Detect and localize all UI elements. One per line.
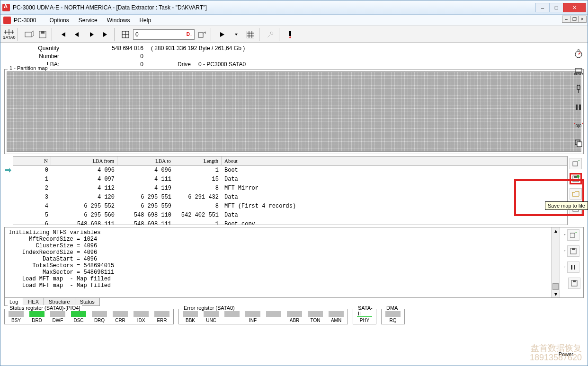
number-value: 0	[63, 53, 143, 60]
tools-icon[interactable]	[264, 28, 277, 41]
add-map-button[interactable]	[570, 158, 582, 169]
speed-icon[interactable]: 0	[573, 48, 584, 59]
table-row[interactable]: 34 1206 295 5516 291 432Data	[13, 192, 567, 201]
exit-icon[interactable]	[284, 28, 297, 41]
save-map-tooltip: Save map to file	[545, 201, 588, 210]
svg-rect-16	[289, 31, 291, 36]
copy-icon[interactable]	[573, 138, 584, 149]
save-task-button[interactable]	[36, 28, 50, 41]
drive-label: Drive	[143, 61, 191, 68]
play-dropdown[interactable]	[230, 28, 243, 41]
nav-next-button[interactable]	[85, 28, 98, 41]
svg-rect-27	[574, 265, 575, 270]
svg-rect-33	[575, 69, 582, 72]
matrix-icon[interactable]	[244, 28, 257, 41]
nav-first-button[interactable]	[56, 28, 70, 41]
reg-bbk: BBK	[182, 311, 199, 323]
save-map-button[interactable]	[570, 173, 582, 184]
log-pause-button[interactable]	[567, 261, 579, 273]
svg-rect-23	[570, 233, 575, 237]
log-side-toolbar: - - -	[560, 227, 583, 297]
reg-drd: DRD	[28, 311, 45, 323]
table-row[interactable]: 04 0964 0961Boot	[13, 166, 567, 174]
maximize-button[interactable]: □	[549, 3, 563, 12]
menu-options[interactable]: Options	[45, 17, 73, 24]
table-row[interactable]: 24 1124 1198MFT Mirror	[13, 183, 567, 192]
svg-rect-4	[25, 32, 32, 37]
col-n[interactable]: N	[13, 157, 51, 165]
open-task-button[interactable]	[22, 28, 36, 41]
svg-line-31	[579, 52, 580, 54]
log-scrollbar[interactable]: ▴ ▾	[551, 227, 560, 297]
table-row[interactable]: 14 0974 11115Data	[13, 174, 567, 183]
app-icon-small	[3, 17, 11, 24]
svg-rect-40	[579, 105, 581, 110]
menu-help[interactable]: Help	[134, 17, 156, 24]
log-tabs: LogHEXStructureStatus	[4, 298, 584, 306]
lba-value: 0	[63, 61, 143, 68]
partition-map[interactable]	[7, 71, 581, 152]
reg-unc: UNC	[203, 311, 220, 323]
binary-icon[interactable]: 0|0	[573, 120, 584, 131]
svg-rect-39	[576, 105, 578, 110]
grid-header: N LBA from LBA to Length About	[13, 157, 567, 166]
reset-icon[interactable]: RESET	[573, 66, 584, 77]
table-row[interactable]: 6548 698 111548 698 1111Boot copy	[13, 219, 567, 225]
menu-windows[interactable]: Windows	[102, 17, 135, 24]
table-row[interactable]: 56 295 560548 698 110542 402 551Data	[13, 210, 567, 219]
lba-input-value: 0	[135, 31, 139, 38]
reg-crr: CRR	[112, 311, 129, 323]
svg-rect-10	[198, 33, 203, 37]
col-to[interactable]: LBA to	[117, 157, 174, 165]
reg-idx: IDX	[133, 311, 150, 323]
dma-group: DMA RQ	[381, 309, 405, 324]
lba-input-flag: D↓	[187, 32, 192, 37]
watermark: 盘首数据恢复 18913587620	[530, 344, 582, 363]
table-row[interactable]: 46 295 5526 295 5598MFT (First 4 records…	[13, 201, 567, 210]
reg-ton: TON	[307, 311, 324, 323]
svg-text:RESET: RESET	[574, 73, 583, 76]
log-save-button[interactable]	[567, 245, 579, 257]
reg-rq: RQ	[384, 311, 401, 323]
pause-icon[interactable]	[573, 102, 584, 113]
menubar: PC-3000 Options Service Windows Help – ❐…	[0, 15, 588, 26]
window-title: PC-3000 UDMA-E - NORTH AMERICA - [Data E…	[13, 4, 536, 11]
log-text[interactable]: Initializing NTFS variables MftRecordSiz…	[5, 227, 551, 297]
plug-icon[interactable]	[573, 84, 584, 95]
minimize-button[interactable]: –	[535, 3, 550, 12]
brand-label[interactable]: PC-3000	[14, 17, 36, 24]
open-map-button[interactable]	[570, 188, 582, 200]
col-from[interactable]: LBA from	[51, 157, 117, 165]
col-len[interactable]: Length	[174, 157, 222, 165]
nav-prev-button[interactable]	[71, 28, 84, 41]
grid-icon[interactable]	[119, 28, 132, 41]
play-button[interactable]	[215, 28, 229, 41]
col-about[interactable]: About	[222, 157, 567, 165]
open-arrow-button[interactable]	[196, 28, 209, 41]
mdi-close[interactable]: ×	[578, 16, 587, 23]
toolbar: SATA0 0 D↓	[0, 26, 588, 43]
lba-input[interactable]: 0 D↓	[133, 29, 195, 40]
nav-last-button[interactable]	[99, 28, 112, 41]
close-button[interactable]: ✕	[563, 3, 586, 12]
right-toolbar: 0 RESET 0|0	[571, 48, 586, 149]
svg-rect-25	[572, 248, 575, 250]
svg-rect-35	[577, 86, 580, 89]
quantity-extra: ( 280 931 336 192 Byte / 261,64 Gb )	[143, 45, 245, 52]
log-save2-button[interactable]	[568, 278, 580, 289]
grid-side-toolbar	[568, 156, 584, 225]
sata2-legend: SATA-II	[356, 305, 376, 316]
error-register-group: Error register (SATA0) BBKUNCINFABRTONAM…	[178, 309, 348, 324]
menu-service[interactable]: Service	[74, 17, 102, 24]
mdi-minimize[interactable]: –	[562, 16, 570, 23]
reg-bsy: BSY	[8, 311, 25, 323]
sata-port-button[interactable]: SATA0	[2, 28, 16, 41]
svg-rect-6	[41, 31, 45, 34]
reg-err: ERR	[153, 311, 170, 323]
reg-drq: DRQ	[91, 311, 108, 323]
log-export-button[interactable]	[567, 229, 579, 241]
titlebar: PC-3000 UDMA-E - NORTH AMERICA - [Data E…	[0, 0, 588, 15]
sector-grid[interactable]: N LBA from LBA to Length About 04 0964 0…	[13, 156, 568, 225]
reg-inf: INF	[244, 311, 261, 323]
mdi-restore[interactable]: ❐	[570, 16, 579, 23]
